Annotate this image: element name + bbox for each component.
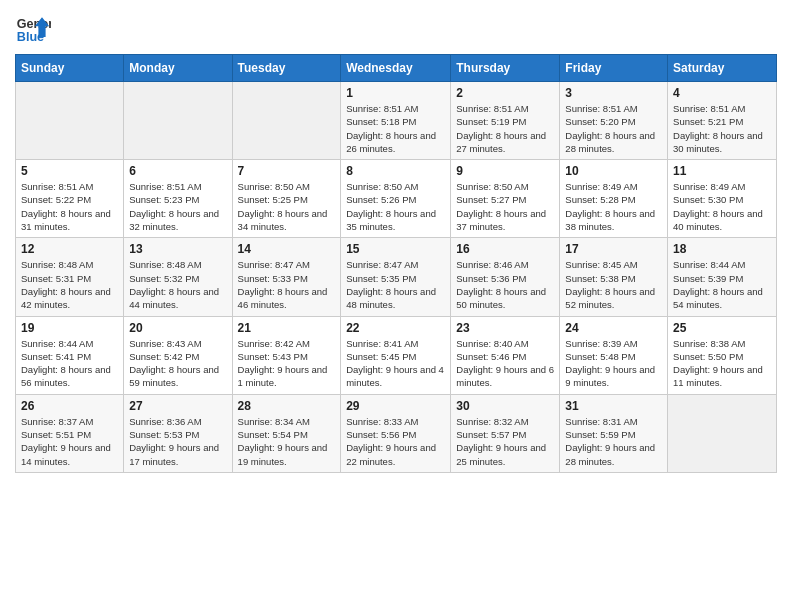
day-info: Sunrise: 8:50 AM Sunset: 5:26 PM Dayligh… [346, 180, 445, 233]
week-row-5: 26Sunrise: 8:37 AM Sunset: 5:51 PM Dayli… [16, 394, 777, 472]
calendar-cell: 2Sunrise: 8:51 AM Sunset: 5:19 PM Daylig… [451, 82, 560, 160]
day-info: Sunrise: 8:47 AM Sunset: 5:33 PM Dayligh… [238, 258, 336, 311]
week-row-3: 12Sunrise: 8:48 AM Sunset: 5:31 PM Dayli… [16, 238, 777, 316]
calendar-cell: 25Sunrise: 8:38 AM Sunset: 5:50 PM Dayli… [668, 316, 777, 394]
day-info: Sunrise: 8:41 AM Sunset: 5:45 PM Dayligh… [346, 337, 445, 390]
calendar-cell: 24Sunrise: 8:39 AM Sunset: 5:48 PM Dayli… [560, 316, 668, 394]
day-info: Sunrise: 8:31 AM Sunset: 5:59 PM Dayligh… [565, 415, 662, 468]
calendar-cell: 11Sunrise: 8:49 AM Sunset: 5:30 PM Dayli… [668, 160, 777, 238]
day-number: 18 [673, 242, 771, 256]
calendar-cell: 23Sunrise: 8:40 AM Sunset: 5:46 PM Dayli… [451, 316, 560, 394]
day-info: Sunrise: 8:45 AM Sunset: 5:38 PM Dayligh… [565, 258, 662, 311]
calendar-cell: 19Sunrise: 8:44 AM Sunset: 5:41 PM Dayli… [16, 316, 124, 394]
day-number: 26 [21, 399, 118, 413]
weekday-header-thursday: Thursday [451, 55, 560, 82]
day-number: 22 [346, 321, 445, 335]
day-number: 8 [346, 164, 445, 178]
day-info: Sunrise: 8:42 AM Sunset: 5:43 PM Dayligh… [238, 337, 336, 390]
weekday-header-friday: Friday [560, 55, 668, 82]
calendar-cell: 18Sunrise: 8:44 AM Sunset: 5:39 PM Dayli… [668, 238, 777, 316]
day-info: Sunrise: 8:49 AM Sunset: 5:30 PM Dayligh… [673, 180, 771, 233]
day-info: Sunrise: 8:49 AM Sunset: 5:28 PM Dayligh… [565, 180, 662, 233]
day-info: Sunrise: 8:36 AM Sunset: 5:53 PM Dayligh… [129, 415, 226, 468]
calendar-cell: 8Sunrise: 8:50 AM Sunset: 5:26 PM Daylig… [341, 160, 451, 238]
calendar-cell: 13Sunrise: 8:48 AM Sunset: 5:32 PM Dayli… [124, 238, 232, 316]
day-number: 12 [21, 242, 118, 256]
calendar-cell [16, 82, 124, 160]
day-info: Sunrise: 8:50 AM Sunset: 5:27 PM Dayligh… [456, 180, 554, 233]
day-number: 24 [565, 321, 662, 335]
weekday-header-wednesday: Wednesday [341, 55, 451, 82]
calendar-cell: 12Sunrise: 8:48 AM Sunset: 5:31 PM Dayli… [16, 238, 124, 316]
calendar-cell: 15Sunrise: 8:47 AM Sunset: 5:35 PM Dayli… [341, 238, 451, 316]
calendar-cell: 5Sunrise: 8:51 AM Sunset: 5:22 PM Daylig… [16, 160, 124, 238]
day-number: 2 [456, 86, 554, 100]
day-number: 30 [456, 399, 554, 413]
day-info: Sunrise: 8:40 AM Sunset: 5:46 PM Dayligh… [456, 337, 554, 390]
calendar-cell: 6Sunrise: 8:51 AM Sunset: 5:23 PM Daylig… [124, 160, 232, 238]
day-number: 10 [565, 164, 662, 178]
calendar-cell: 31Sunrise: 8:31 AM Sunset: 5:59 PM Dayli… [560, 394, 668, 472]
day-info: Sunrise: 8:50 AM Sunset: 5:25 PM Dayligh… [238, 180, 336, 233]
page-header: General Blue [15, 10, 777, 46]
day-number: 7 [238, 164, 336, 178]
calendar-cell: 1Sunrise: 8:51 AM Sunset: 5:18 PM Daylig… [341, 82, 451, 160]
calendar-cell: 4Sunrise: 8:51 AM Sunset: 5:21 PM Daylig… [668, 82, 777, 160]
calendar-cell [232, 82, 341, 160]
day-number: 13 [129, 242, 226, 256]
logo-icon: General Blue [15, 10, 51, 46]
calendar-cell: 16Sunrise: 8:46 AM Sunset: 5:36 PM Dayli… [451, 238, 560, 316]
day-number: 14 [238, 242, 336, 256]
calendar-cell: 21Sunrise: 8:42 AM Sunset: 5:43 PM Dayli… [232, 316, 341, 394]
day-info: Sunrise: 8:51 AM Sunset: 5:20 PM Dayligh… [565, 102, 662, 155]
calendar-cell: 14Sunrise: 8:47 AM Sunset: 5:33 PM Dayli… [232, 238, 341, 316]
day-number: 3 [565, 86, 662, 100]
weekday-header-tuesday: Tuesday [232, 55, 341, 82]
day-number: 15 [346, 242, 445, 256]
day-number: 5 [21, 164, 118, 178]
day-info: Sunrise: 8:39 AM Sunset: 5:48 PM Dayligh… [565, 337, 662, 390]
calendar-cell: 17Sunrise: 8:45 AM Sunset: 5:38 PM Dayli… [560, 238, 668, 316]
day-info: Sunrise: 8:37 AM Sunset: 5:51 PM Dayligh… [21, 415, 118, 468]
week-row-2: 5Sunrise: 8:51 AM Sunset: 5:22 PM Daylig… [16, 160, 777, 238]
day-info: Sunrise: 8:51 AM Sunset: 5:23 PM Dayligh… [129, 180, 226, 233]
day-number: 6 [129, 164, 226, 178]
calendar-cell: 22Sunrise: 8:41 AM Sunset: 5:45 PM Dayli… [341, 316, 451, 394]
calendar-cell [124, 82, 232, 160]
day-number: 1 [346, 86, 445, 100]
day-number: 20 [129, 321, 226, 335]
day-info: Sunrise: 8:44 AM Sunset: 5:39 PM Dayligh… [673, 258, 771, 311]
day-info: Sunrise: 8:47 AM Sunset: 5:35 PM Dayligh… [346, 258, 445, 311]
day-number: 25 [673, 321, 771, 335]
calendar-cell: 10Sunrise: 8:49 AM Sunset: 5:28 PM Dayli… [560, 160, 668, 238]
weekday-header-row: SundayMondayTuesdayWednesdayThursdayFrid… [16, 55, 777, 82]
day-info: Sunrise: 8:51 AM Sunset: 5:21 PM Dayligh… [673, 102, 771, 155]
day-info: Sunrise: 8:44 AM Sunset: 5:41 PM Dayligh… [21, 337, 118, 390]
day-number: 4 [673, 86, 771, 100]
day-info: Sunrise: 8:34 AM Sunset: 5:54 PM Dayligh… [238, 415, 336, 468]
week-row-1: 1Sunrise: 8:51 AM Sunset: 5:18 PM Daylig… [16, 82, 777, 160]
day-info: Sunrise: 8:32 AM Sunset: 5:57 PM Dayligh… [456, 415, 554, 468]
week-row-4: 19Sunrise: 8:44 AM Sunset: 5:41 PM Dayli… [16, 316, 777, 394]
day-info: Sunrise: 8:51 AM Sunset: 5:19 PM Dayligh… [456, 102, 554, 155]
day-number: 31 [565, 399, 662, 413]
day-info: Sunrise: 8:38 AM Sunset: 5:50 PM Dayligh… [673, 337, 771, 390]
calendar-cell: 29Sunrise: 8:33 AM Sunset: 5:56 PM Dayli… [341, 394, 451, 472]
day-number: 16 [456, 242, 554, 256]
day-number: 17 [565, 242, 662, 256]
calendar-cell [668, 394, 777, 472]
day-info: Sunrise: 8:46 AM Sunset: 5:36 PM Dayligh… [456, 258, 554, 311]
logo: General Blue [15, 10, 55, 46]
calendar-cell: 26Sunrise: 8:37 AM Sunset: 5:51 PM Dayli… [16, 394, 124, 472]
weekday-header-sunday: Sunday [16, 55, 124, 82]
day-info: Sunrise: 8:48 AM Sunset: 5:32 PM Dayligh… [129, 258, 226, 311]
day-number: 9 [456, 164, 554, 178]
weekday-header-monday: Monday [124, 55, 232, 82]
calendar-cell: 20Sunrise: 8:43 AM Sunset: 5:42 PM Dayli… [124, 316, 232, 394]
day-number: 11 [673, 164, 771, 178]
day-number: 27 [129, 399, 226, 413]
day-info: Sunrise: 8:48 AM Sunset: 5:31 PM Dayligh… [21, 258, 118, 311]
calendar-cell: 3Sunrise: 8:51 AM Sunset: 5:20 PM Daylig… [560, 82, 668, 160]
calendar-cell: 7Sunrise: 8:50 AM Sunset: 5:25 PM Daylig… [232, 160, 341, 238]
day-number: 28 [238, 399, 336, 413]
